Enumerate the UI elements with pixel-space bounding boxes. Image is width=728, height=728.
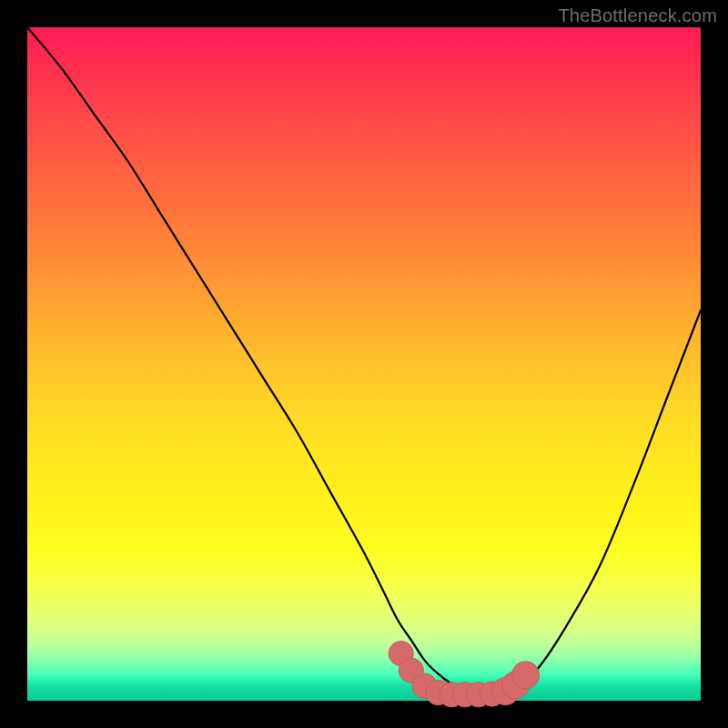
bottleneck-curve-line bbox=[27, 27, 701, 694]
bottleneck-curve-markers bbox=[389, 642, 540, 707]
chart-frame: TheBottleneck.com bbox=[0, 0, 728, 728]
bottleneck-curve-svg bbox=[27, 27, 701, 701]
watermark-text: TheBottleneck.com bbox=[558, 5, 717, 26]
plot-area bbox=[27, 27, 701, 701]
curve-marker bbox=[512, 662, 540, 689]
